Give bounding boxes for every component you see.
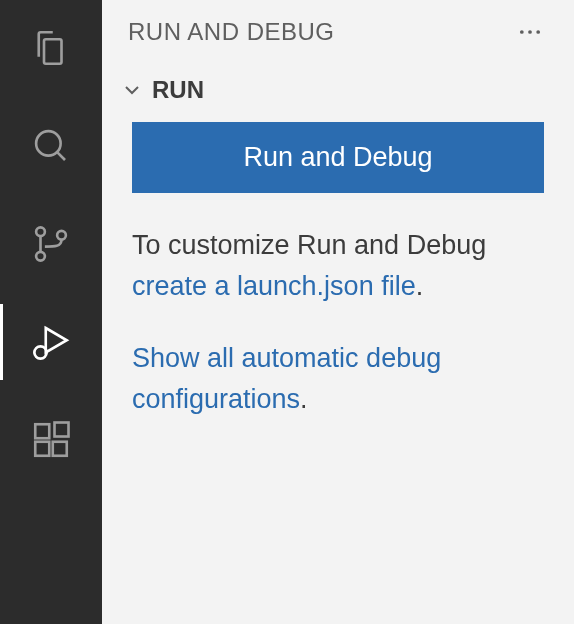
run-debug-panel: RUN AND DEBUG RUN Run and Debug To custo… [102, 0, 574, 624]
customize-help-text: To customize Run and Debug create a laun… [132, 225, 544, 306]
help-suffix: . [416, 271, 424, 301]
search-icon[interactable] [0, 116, 102, 176]
svg-point-3 [36, 252, 45, 261]
svg-rect-14 [53, 442, 67, 456]
create-launch-json-link[interactable]: create a launch.json file [132, 271, 416, 301]
show-all-configs-link[interactable]: Show all automatic debug configurations [132, 343, 441, 414]
show-all-suffix: . [300, 384, 308, 414]
svg-rect-12 [35, 424, 49, 438]
svg-line-8 [36, 347, 37, 348]
svg-point-16 [520, 30, 524, 34]
help-prefix: To customize Run and Debug [132, 230, 486, 260]
run-section-header[interactable]: RUN [102, 64, 574, 122]
run-and-debug-button[interactable]: Run and Debug [132, 122, 544, 193]
panel-header: RUN AND DEBUG [102, 0, 574, 64]
panel-content: Run and Debug To customize Run and Debug… [102, 122, 574, 451]
svg-point-4 [57, 231, 66, 240]
svg-line-1 [57, 152, 65, 160]
chevron-down-icon [120, 78, 144, 102]
svg-point-18 [536, 30, 540, 34]
run-debug-icon[interactable] [0, 312, 102, 372]
svg-point-2 [36, 227, 45, 236]
source-control-icon[interactable] [0, 214, 102, 274]
activity-bar [0, 0, 102, 624]
svg-line-11 [44, 347, 45, 348]
section-title: RUN [152, 76, 204, 104]
explorer-icon[interactable] [0, 18, 102, 78]
panel-title: RUN AND DEBUG [128, 18, 335, 46]
svg-rect-13 [35, 442, 49, 456]
more-actions-icon[interactable] [516, 18, 548, 46]
show-all-text: Show all automatic debug configurations. [132, 338, 544, 419]
svg-rect-15 [55, 423, 69, 437]
svg-line-10 [36, 357, 37, 358]
svg-line-9 [44, 357, 45, 358]
svg-point-17 [528, 30, 532, 34]
extensions-icon[interactable] [0, 410, 102, 470]
svg-point-0 [36, 131, 61, 156]
